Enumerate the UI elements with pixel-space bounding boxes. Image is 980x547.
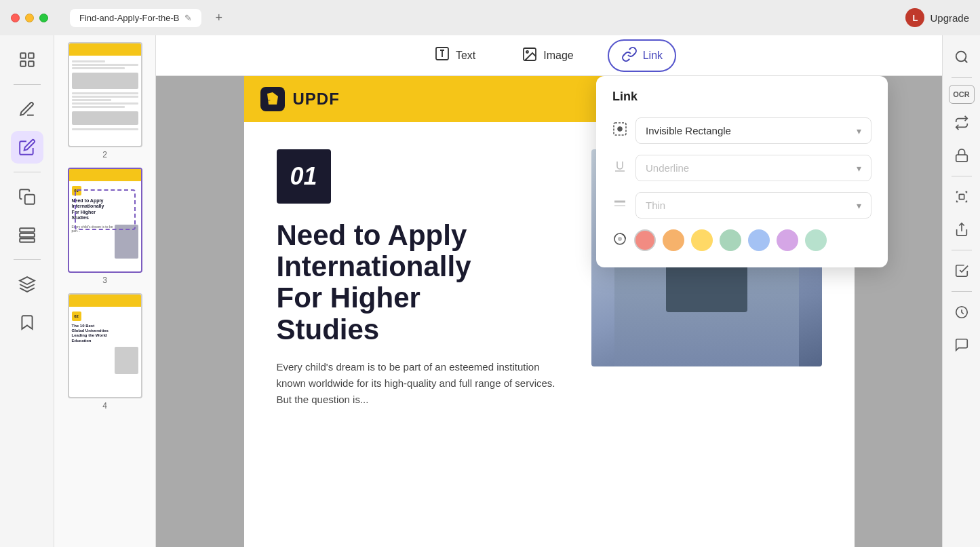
thickness-dropdown[interactable]: Thin ▾ bbox=[635, 192, 871, 219]
text-tool-icon bbox=[434, 45, 450, 65]
sidebar-item-organize[interactable] bbox=[11, 219, 43, 251]
thumbnail-number: 2 bbox=[102, 150, 107, 159]
maximize-button[interactable] bbox=[39, 14, 48, 22]
shape-icon bbox=[612, 121, 627, 140]
color-swatch-green[interactable] bbox=[720, 229, 741, 251]
underline-icon bbox=[612, 159, 627, 177]
main-layout: 2 01 Need to ApplyInternationallyFor Hig… bbox=[0, 35, 980, 547]
save-button[interactable] bbox=[948, 299, 975, 326]
right-divider-3 bbox=[952, 250, 972, 250]
svg-rect-2 bbox=[20, 61, 26, 67]
sidebar-item-thumbnails[interactable] bbox=[11, 43, 43, 76]
thumbnail-item[interactable]: 02 The 10 BestGlobal UniversitiesLeading… bbox=[68, 293, 142, 411]
upgrade-label[interactable]: Upgrade bbox=[930, 12, 969, 24]
svg-point-18 bbox=[618, 237, 622, 241]
thickness-icon bbox=[612, 196, 627, 214]
sidebar-item-pen[interactable] bbox=[11, 93, 43, 126]
scan-button[interactable] bbox=[948, 183, 975, 210]
link-tool-label: Link bbox=[643, 50, 663, 62]
underline-row: Underline ▾ bbox=[612, 155, 871, 181]
thumbnail-number: 3 bbox=[102, 276, 107, 285]
svg-rect-3 bbox=[28, 61, 34, 67]
add-tab-button[interactable]: + bbox=[215, 11, 222, 25]
right-divider-4 bbox=[952, 291, 972, 292]
color-swatch-blue[interactable] bbox=[748, 229, 770, 251]
sidebar-item-layers[interactable] bbox=[11, 268, 43, 301]
minimize-button[interactable] bbox=[25, 14, 34, 22]
color-row bbox=[612, 229, 871, 251]
svg-rect-0 bbox=[20, 53, 26, 58]
text-tool-label: Text bbox=[456, 50, 475, 62]
pdf-logo: ~ bbox=[260, 87, 285, 111]
underline-dropdown[interactable]: Underline ▾ bbox=[635, 155, 871, 181]
sidebar-divider-1 bbox=[14, 84, 41, 85]
color-swatch-yellow[interactable] bbox=[691, 229, 713, 251]
shape-row: Invisible Rectangle ▾ bbox=[612, 117, 871, 144]
traffic-lights bbox=[11, 14, 48, 22]
text-tool-button[interactable]: Text bbox=[422, 40, 488, 71]
thumbnail-page-3[interactable]: 01 Need to ApplyInternationallyFor Highe… bbox=[68, 168, 142, 273]
comment-button[interactable] bbox=[948, 331, 975, 358]
chevron-down-icon: ▾ bbox=[857, 200, 861, 211]
svg-rect-1 bbox=[28, 53, 34, 58]
thickness-row: Thin ▾ bbox=[612, 192, 871, 219]
thumbnail-number: 4 bbox=[102, 401, 107, 411]
current-tab[interactable]: Find-and-Apply-For-the-B ✎ bbox=[70, 9, 201, 27]
upgrade-section: L Upgrade bbox=[905, 8, 969, 27]
ocr-button[interactable]: OCR bbox=[949, 85, 975, 104]
sidebar-item-edit[interactable] bbox=[11, 131, 43, 164]
svg-point-19 bbox=[956, 52, 966, 62]
thumbnail-item[interactable]: 2 bbox=[68, 42, 142, 159]
image-tool-button[interactable]: Image bbox=[509, 41, 585, 71]
thumbnail-item[interactable]: 01 Need to ApplyInternationallyFor Highe… bbox=[68, 168, 142, 285]
svg-point-11 bbox=[526, 51, 528, 53]
convert-button[interactable] bbox=[948, 109, 975, 136]
color-swatch-mint[interactable] bbox=[805, 229, 827, 251]
svg-rect-21 bbox=[956, 155, 967, 162]
share-button[interactable] bbox=[948, 216, 975, 243]
sidebar-item-copy[interactable] bbox=[11, 181, 43, 213]
svg-rect-5 bbox=[20, 228, 35, 231]
user-avatar: L bbox=[905, 8, 924, 27]
shape-value: Invisible Rectangle bbox=[646, 125, 731, 136]
protect-button[interactable] bbox=[948, 142, 975, 169]
form-button[interactable] bbox=[948, 257, 975, 284]
sidebar-divider-3 bbox=[14, 259, 41, 260]
thumbnail-panel: 2 01 Need to ApplyInternationallyFor Hig… bbox=[54, 35, 156, 547]
image-tool-label: Image bbox=[543, 50, 573, 62]
underline-value: Underline bbox=[646, 162, 689, 174]
link-tool-button[interactable]: Link bbox=[608, 39, 676, 72]
color-swatch-orange[interactable] bbox=[663, 229, 684, 251]
search-button[interactable] bbox=[948, 43, 975, 71]
thumb-selection bbox=[75, 189, 136, 230]
image-tool-icon bbox=[522, 46, 538, 65]
toolbar: Text Image bbox=[156, 35, 942, 76]
color-swatch-red[interactable] bbox=[634, 229, 656, 251]
left-sidebar bbox=[0, 35, 54, 547]
svg-rect-6 bbox=[20, 233, 35, 237]
thumbnail-page-2[interactable] bbox=[68, 42, 142, 147]
tab-label: Find-and-Apply-For-the-B bbox=[79, 13, 179, 23]
sidebar-item-bookmark[interactable] bbox=[11, 306, 43, 339]
right-sidebar: OCR bbox=[942, 35, 980, 547]
right-divider-2 bbox=[952, 176, 972, 176]
color-swatch-purple[interactable] bbox=[777, 229, 798, 251]
link-properties-panel: Link Invisible Rectangle ▾ bbox=[596, 76, 888, 267]
pdf-heading: Need to ApplyInternationallyFor HigherSt… bbox=[277, 220, 564, 345]
pdf-content-left: 01 Need to ApplyInternationallyFor Highe… bbox=[277, 149, 564, 408]
edit-tab-icon[interactable]: ✎ bbox=[184, 13, 192, 23]
link-tool-icon bbox=[621, 46, 638, 65]
svg-rect-4 bbox=[24, 195, 34, 204]
svg-text:~: ~ bbox=[267, 97, 271, 103]
right-divider-1 bbox=[952, 77, 972, 78]
shape-dropdown[interactable]: Invisible Rectangle ▾ bbox=[635, 117, 871, 144]
content-area: Text Image bbox=[156, 35, 942, 547]
titlebar: Find-and-Apply-For-the-B ✎ + L Upgrade bbox=[0, 0, 980, 35]
chevron-down-icon: ▾ bbox=[857, 163, 861, 174]
svg-point-14 bbox=[618, 127, 622, 131]
thumb-badge: 02 bbox=[72, 312, 81, 321]
svg-line-20 bbox=[964, 60, 967, 62]
color-icon bbox=[612, 231, 627, 250]
thumbnail-page-4[interactable]: 02 The 10 BestGlobal UniversitiesLeading… bbox=[68, 293, 142, 398]
close-button[interactable] bbox=[11, 14, 20, 22]
